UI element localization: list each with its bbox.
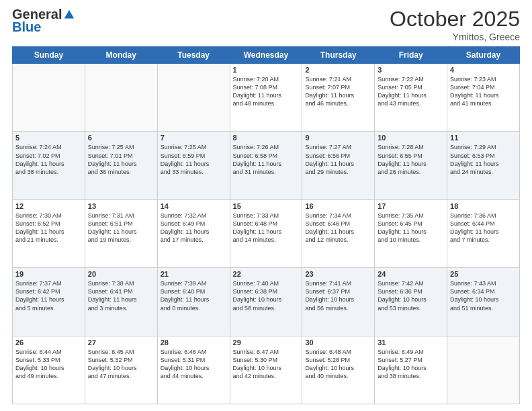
day-number: 4 (450, 66, 517, 74)
day-info: Sunrise: 7:38 AMSunset: 6:41 PMDaylight:… (88, 279, 154, 312)
day-number: 22 (233, 270, 300, 278)
day-info: Sunrise: 7:27 AMSunset: 6:56 PMDaylight:… (305, 143, 371, 176)
location-subtitle: Ymittos, Greece (390, 32, 520, 42)
day-number: 23 (305, 270, 371, 278)
table-row: 7Sunrise: 7:25 AMSunset: 6:59 PMDaylight… (157, 132, 230, 199)
logo: General Blue (12, 7, 75, 35)
table-row: 22Sunrise: 7:40 AMSunset: 6:38 PMDayligh… (230, 268, 302, 336)
day-info: Sunrise: 7:28 AMSunset: 6:55 PMDaylight:… (378, 143, 444, 176)
day-number: 17 (378, 202, 444, 210)
table-row: 31Sunrise: 6:49 AMSunset: 5:27 PMDayligh… (375, 336, 447, 404)
calendar-week-row: 19Sunrise: 7:37 AMSunset: 6:42 PMDayligh… (13, 268, 520, 336)
header: General Blue October 2025 Ymittos, Greec… (12, 7, 520, 42)
calendar-week-row: 5Sunrise: 7:24 AMSunset: 7:02 PMDaylight… (13, 132, 520, 199)
day-number: 21 (161, 270, 227, 278)
day-info: Sunrise: 7:26 AMSunset: 6:58 PMDaylight:… (233, 143, 300, 176)
day-number: 26 (15, 338, 82, 347)
col-monday: Monday (85, 47, 157, 64)
day-number: 11 (450, 134, 517, 142)
day-info: Sunrise: 7:22 AMSunset: 7:05 PMDaylight:… (378, 75, 444, 108)
calendar-week-row: 12Sunrise: 7:30 AMSunset: 6:52 PMDayligh… (13, 199, 520, 267)
day-number: 14 (161, 202, 227, 210)
day-number: 13 (88, 202, 154, 210)
table-row: 25Sunrise: 7:43 AMSunset: 6:34 PMDayligh… (447, 268, 520, 336)
day-number: 2 (305, 66, 371, 74)
table-row: 3Sunrise: 7:22 AMSunset: 7:05 PMDaylight… (375, 64, 447, 132)
day-info: Sunrise: 7:42 AMSunset: 6:36 PMDaylight:… (378, 279, 444, 312)
table-row: 29Sunrise: 6:47 AMSunset: 5:30 PMDayligh… (230, 336, 302, 404)
table-row: 14Sunrise: 7:32 AMSunset: 6:49 PMDayligh… (157, 199, 230, 267)
svg-marker-0 (64, 9, 74, 18)
table-row: 9Sunrise: 7:27 AMSunset: 6:56 PMDaylight… (302, 132, 375, 199)
day-number: 1 (233, 66, 300, 74)
col-wednesday: Wednesday (230, 47, 302, 64)
day-info: Sunrise: 7:37 AMSunset: 6:42 PMDaylight:… (15, 279, 82, 312)
day-info: Sunrise: 7:41 AMSunset: 6:37 PMDaylight:… (305, 279, 371, 312)
day-info: Sunrise: 7:25 AMSunset: 7:01 PMDaylight:… (88, 143, 154, 176)
table-row: 5Sunrise: 7:24 AMSunset: 7:02 PMDaylight… (13, 132, 85, 199)
table-row: 24Sunrise: 7:42 AMSunset: 6:36 PMDayligh… (375, 268, 447, 336)
table-row: 6Sunrise: 7:25 AMSunset: 7:01 PMDaylight… (85, 132, 157, 199)
day-info: Sunrise: 7:34 AMSunset: 6:46 PMDaylight:… (305, 212, 371, 244)
day-info: Sunrise: 6:45 AMSunset: 5:32 PMDaylight:… (88, 348, 154, 381)
page: General Blue October 2025 Ymittos, Greec… (0, 0, 532, 411)
month-title: October 2025 (390, 7, 520, 32)
col-sunday: Sunday (13, 47, 85, 64)
table-row: 20Sunrise: 7:38 AMSunset: 6:41 PMDayligh… (85, 268, 157, 336)
table-row: 30Sunrise: 6:48 AMSunset: 5:28 PMDayligh… (302, 336, 375, 404)
table-row (85, 64, 157, 132)
day-info: Sunrise: 7:21 AMSunset: 7:07 PMDaylight:… (305, 75, 371, 108)
table-row: 15Sunrise: 7:33 AMSunset: 6:48 PMDayligh… (230, 199, 302, 267)
logo-icon (63, 9, 75, 21)
table-row: 12Sunrise: 7:30 AMSunset: 6:52 PMDayligh… (13, 199, 85, 267)
day-number: 8 (233, 134, 300, 142)
day-info: Sunrise: 7:30 AMSunset: 6:52 PMDaylight:… (15, 212, 82, 244)
calendar-table: Sunday Monday Tuesday Wednesday Thursday… (12, 46, 520, 404)
table-row: 2Sunrise: 7:21 AMSunset: 7:07 PMDaylight… (302, 64, 375, 132)
table-row (13, 64, 85, 132)
day-info: Sunrise: 6:44 AMSunset: 5:33 PMDaylight:… (15, 348, 82, 381)
day-info: Sunrise: 7:20 AMSunset: 7:08 PMDaylight:… (233, 75, 300, 108)
day-number: 16 (305, 202, 371, 210)
table-row: 13Sunrise: 7:31 AMSunset: 6:51 PMDayligh… (85, 199, 157, 267)
table-row: 10Sunrise: 7:28 AMSunset: 6:55 PMDayligh… (375, 132, 447, 199)
day-number: 5 (15, 134, 82, 142)
calendar-week-row: 1Sunrise: 7:20 AMSunset: 7:08 PMDaylight… (13, 64, 520, 132)
table-row: 8Sunrise: 7:26 AMSunset: 6:58 PMDaylight… (230, 132, 302, 199)
day-info: Sunrise: 7:43 AMSunset: 6:34 PMDaylight:… (450, 279, 517, 312)
day-info: Sunrise: 7:33 AMSunset: 6:48 PMDaylight:… (233, 212, 300, 244)
day-info: Sunrise: 7:39 AMSunset: 6:40 PMDaylight:… (161, 279, 227, 312)
day-number: 29 (233, 338, 300, 347)
table-row: 18Sunrise: 7:36 AMSunset: 6:44 PMDayligh… (447, 199, 520, 267)
table-row: 19Sunrise: 7:37 AMSunset: 6:42 PMDayligh… (13, 268, 85, 336)
table-row (157, 64, 230, 132)
day-number: 19 (15, 270, 82, 278)
table-row: 4Sunrise: 7:23 AMSunset: 7:04 PMDaylight… (447, 64, 520, 132)
day-info: Sunrise: 7:40 AMSunset: 6:38 PMDaylight:… (233, 279, 300, 312)
day-info: Sunrise: 6:49 AMSunset: 5:27 PMDaylight:… (378, 348, 444, 381)
day-number: 3 (378, 66, 444, 74)
day-number: 28 (161, 338, 227, 347)
day-number: 25 (450, 270, 517, 278)
calendar-week-row: 26Sunrise: 6:44 AMSunset: 5:33 PMDayligh… (13, 336, 520, 404)
table-row: 28Sunrise: 6:46 AMSunset: 5:31 PMDayligh… (157, 336, 230, 404)
day-number: 24 (378, 270, 444, 278)
table-row: 17Sunrise: 7:35 AMSunset: 6:45 PMDayligh… (375, 199, 447, 267)
table-row: 1Sunrise: 7:20 AMSunset: 7:08 PMDaylight… (230, 64, 302, 132)
table-row: 16Sunrise: 7:34 AMSunset: 6:46 PMDayligh… (302, 199, 375, 267)
day-number: 9 (305, 134, 371, 142)
day-info: Sunrise: 7:35 AMSunset: 6:45 PMDaylight:… (378, 212, 444, 244)
day-number: 15 (233, 202, 300, 210)
table-row: 26Sunrise: 6:44 AMSunset: 5:33 PMDayligh… (13, 336, 85, 404)
day-info: Sunrise: 7:31 AMSunset: 6:51 PMDaylight:… (88, 212, 154, 244)
day-number: 31 (378, 338, 444, 347)
day-info: Sunrise: 7:36 AMSunset: 6:44 PMDaylight:… (450, 212, 517, 244)
day-number: 27 (88, 338, 154, 347)
table-row (447, 336, 520, 404)
day-number: 20 (88, 270, 154, 278)
col-friday: Friday (375, 47, 447, 64)
day-number: 18 (450, 202, 517, 210)
day-info: Sunrise: 7:24 AMSunset: 7:02 PMDaylight:… (15, 143, 82, 176)
day-number: 30 (305, 338, 371, 347)
logo-blue: Blue (12, 19, 41, 35)
